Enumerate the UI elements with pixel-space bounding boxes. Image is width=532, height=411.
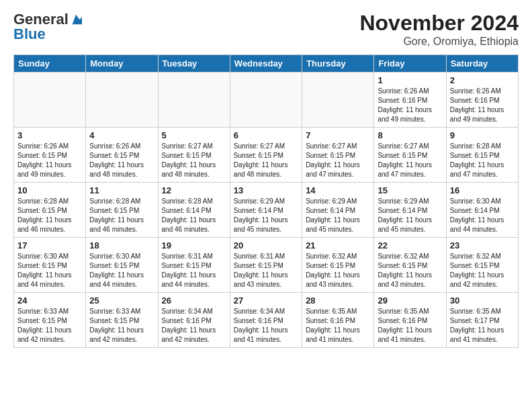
- day-info: Sunrise: 6:31 AM Sunset: 6:15 PM Dayligh…: [162, 252, 226, 289]
- day-info: Sunrise: 6:27 AM Sunset: 6:15 PM Dayligh…: [162, 142, 226, 179]
- day-number: 10: [17, 185, 82, 195]
- day-number: 9: [450, 130, 515, 140]
- day-cell: [230, 73, 302, 128]
- header-row: SundayMondayTuesdayWednesdayThursdayFrid…: [14, 55, 519, 73]
- day-info: Sunrise: 6:26 AM Sunset: 6:15 PM Dayligh…: [89, 142, 154, 179]
- day-cell: 30Sunrise: 6:35 AM Sunset: 6:17 PM Dayli…: [446, 293, 518, 348]
- day-number: 29: [378, 295, 442, 306]
- col-header-thursday: Thursday: [302, 55, 374, 73]
- day-number: 21: [306, 240, 370, 250]
- day-info: Sunrise: 6:35 AM Sunset: 6:16 PM Dayligh…: [306, 307, 370, 345]
- day-cell: 13Sunrise: 6:29 AM Sunset: 6:14 PM Dayli…: [230, 183, 302, 238]
- day-info: Sunrise: 6:30 AM Sunset: 6:15 PM Dayligh…: [89, 252, 154, 289]
- day-info: Sunrise: 6:32 AM Sunset: 6:15 PM Dayligh…: [378, 252, 442, 289]
- day-number: 27: [234, 295, 298, 306]
- day-info: Sunrise: 6:28 AM Sunset: 6:14 PM Dayligh…: [162, 197, 226, 234]
- header: General Blue November 2024 Gore, Oromiya…: [13, 11, 519, 48]
- day-cell: 6Sunrise: 6:27 AM Sunset: 6:15 PM Daylig…: [230, 128, 302, 183]
- day-cell: 27Sunrise: 6:34 AM Sunset: 6:16 PM Dayli…: [230, 293, 302, 348]
- day-number: 25: [89, 295, 154, 306]
- day-number: 7: [306, 130, 370, 140]
- col-header-saturday: Saturday: [446, 55, 518, 73]
- title-section: November 2024 Gore, Oromiya, Ethiopia: [359, 11, 519, 48]
- day-number: 13: [234, 185, 298, 195]
- day-cell: [14, 73, 86, 128]
- day-info: Sunrise: 6:29 AM Sunset: 6:14 PM Dayligh…: [378, 197, 442, 234]
- day-cell: 20Sunrise: 6:31 AM Sunset: 6:15 PM Dayli…: [230, 238, 302, 293]
- day-info: Sunrise: 6:28 AM Sunset: 6:15 PM Dayligh…: [89, 197, 154, 234]
- calendar-body: 1Sunrise: 6:26 AM Sunset: 6:16 PM Daylig…: [14, 73, 519, 348]
- day-cell: 10Sunrise: 6:28 AM Sunset: 6:15 PM Dayli…: [14, 183, 86, 238]
- day-cell: 11Sunrise: 6:28 AM Sunset: 6:15 PM Dayli…: [86, 183, 158, 238]
- day-cell: 28Sunrise: 6:35 AM Sunset: 6:16 PM Dayli…: [302, 293, 374, 348]
- day-cell: 5Sunrise: 6:27 AM Sunset: 6:15 PM Daylig…: [158, 128, 230, 183]
- day-number: 28: [306, 295, 370, 306]
- day-cell: 1Sunrise: 6:26 AM Sunset: 6:16 PM Daylig…: [374, 73, 446, 128]
- page: General Blue November 2024 Gore, Oromiya…: [0, 0, 532, 355]
- day-cell: 16Sunrise: 6:30 AM Sunset: 6:14 PM Dayli…: [446, 183, 518, 238]
- day-cell: 9Sunrise: 6:28 AM Sunset: 6:15 PM Daylig…: [446, 128, 518, 183]
- day-info: Sunrise: 6:35 AM Sunset: 6:16 PM Dayligh…: [378, 307, 442, 345]
- day-number: 19: [162, 240, 226, 250]
- day-info: Sunrise: 6:26 AM Sunset: 6:15 PM Dayligh…: [17, 142, 82, 179]
- logo: General Blue: [13, 11, 82, 43]
- calendar-table: SundayMondayTuesdayWednesdayThursdayFrid…: [13, 54, 519, 348]
- day-number: 22: [378, 240, 442, 250]
- day-cell: 14Sunrise: 6:29 AM Sunset: 6:14 PM Dayli…: [302, 183, 374, 238]
- day-info: Sunrise: 6:35 AM Sunset: 6:17 PM Dayligh…: [450, 307, 515, 345]
- day-info: Sunrise: 6:28 AM Sunset: 6:15 PM Dayligh…: [450, 142, 515, 179]
- day-info: Sunrise: 6:26 AM Sunset: 6:16 PM Dayligh…: [378, 87, 442, 124]
- week-row-4: 17Sunrise: 6:30 AM Sunset: 6:15 PM Dayli…: [14, 238, 519, 293]
- day-number: 23: [450, 240, 515, 250]
- day-info: Sunrise: 6:29 AM Sunset: 6:14 PM Dayligh…: [306, 197, 370, 234]
- day-cell: 2Sunrise: 6:26 AM Sunset: 6:16 PM Daylig…: [446, 73, 518, 128]
- week-row-3: 10Sunrise: 6:28 AM Sunset: 6:15 PM Dayli…: [14, 183, 519, 238]
- day-number: 14: [306, 185, 370, 195]
- day-cell: 21Sunrise: 6:32 AM Sunset: 6:15 PM Dayli…: [302, 238, 374, 293]
- day-info: Sunrise: 6:29 AM Sunset: 6:14 PM Dayligh…: [234, 197, 298, 234]
- day-info: Sunrise: 6:30 AM Sunset: 6:15 PM Dayligh…: [17, 252, 82, 289]
- week-row-2: 3Sunrise: 6:26 AM Sunset: 6:15 PM Daylig…: [14, 128, 519, 183]
- day-number: 15: [378, 185, 442, 195]
- day-cell: [302, 73, 374, 128]
- day-number: 11: [89, 185, 154, 195]
- day-cell: 29Sunrise: 6:35 AM Sunset: 6:16 PM Dayli…: [374, 293, 446, 348]
- day-number: 6: [234, 130, 298, 140]
- day-number: 30: [450, 295, 515, 306]
- day-cell: 24Sunrise: 6:33 AM Sunset: 6:15 PM Dayli…: [14, 293, 86, 348]
- day-number: 1: [378, 75, 442, 85]
- col-header-wednesday: Wednesday: [230, 55, 302, 73]
- day-info: Sunrise: 6:31 AM Sunset: 6:15 PM Dayligh…: [234, 252, 298, 289]
- day-number: 20: [234, 240, 298, 250]
- day-number: 3: [17, 130, 82, 140]
- day-cell: 8Sunrise: 6:27 AM Sunset: 6:15 PM Daylig…: [374, 128, 446, 183]
- day-number: 2: [450, 75, 515, 85]
- day-cell: 22Sunrise: 6:32 AM Sunset: 6:15 PM Dayli…: [374, 238, 446, 293]
- col-header-monday: Monday: [86, 55, 158, 73]
- day-cell: 12Sunrise: 6:28 AM Sunset: 6:14 PM Dayli…: [158, 183, 230, 238]
- logo-blue-text: Blue: [13, 26, 46, 43]
- day-number: 4: [89, 130, 154, 140]
- logo-icon: [70, 13, 82, 26]
- day-cell: [158, 73, 230, 128]
- day-info: Sunrise: 6:28 AM Sunset: 6:15 PM Dayligh…: [17, 197, 82, 234]
- day-cell: 4Sunrise: 6:26 AM Sunset: 6:15 PM Daylig…: [86, 128, 158, 183]
- day-cell: 19Sunrise: 6:31 AM Sunset: 6:15 PM Dayli…: [158, 238, 230, 293]
- day-cell: 23Sunrise: 6:32 AM Sunset: 6:15 PM Dayli…: [446, 238, 518, 293]
- day-info: Sunrise: 6:27 AM Sunset: 6:15 PM Dayligh…: [306, 142, 370, 179]
- day-number: 8: [378, 130, 442, 140]
- col-header-friday: Friday: [374, 55, 446, 73]
- day-info: Sunrise: 6:26 AM Sunset: 6:16 PM Dayligh…: [450, 87, 515, 124]
- col-header-tuesday: Tuesday: [158, 55, 230, 73]
- day-info: Sunrise: 6:27 AM Sunset: 6:15 PM Dayligh…: [234, 142, 298, 179]
- month-title: November 2024: [359, 11, 519, 36]
- day-number: 26: [162, 295, 226, 306]
- day-number: 16: [450, 185, 515, 195]
- day-cell: 26Sunrise: 6:34 AM Sunset: 6:16 PM Dayli…: [158, 293, 230, 348]
- day-cell: [86, 73, 158, 128]
- week-row-5: 24Sunrise: 6:33 AM Sunset: 6:15 PM Dayli…: [14, 293, 519, 348]
- day-number: 17: [17, 240, 82, 250]
- calendar-header: SundayMondayTuesdayWednesdayThursdayFrid…: [14, 55, 519, 73]
- location: Gore, Oromiya, Ethiopia: [359, 36, 519, 48]
- day-info: Sunrise: 6:33 AM Sunset: 6:15 PM Dayligh…: [17, 307, 82, 345]
